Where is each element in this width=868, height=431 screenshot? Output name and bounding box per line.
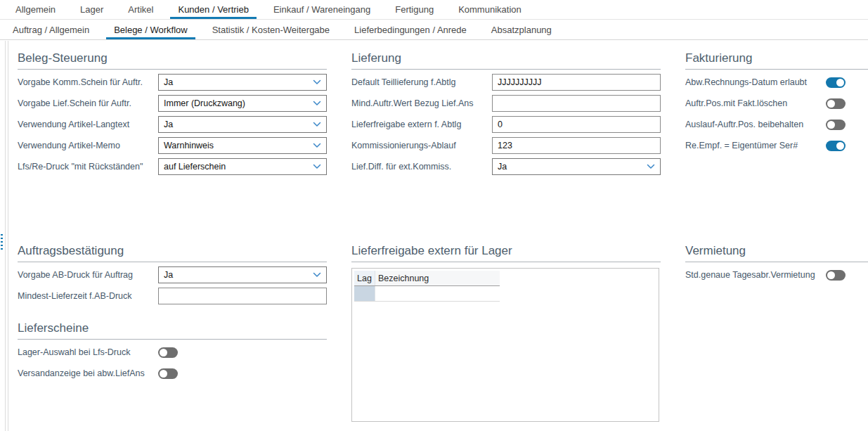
section-beleg-steuerung: Beleg-Steuerung Vorgabe Komm.Schein für … [18,51,327,175]
grid-header-row: Lag Bezeichnung [354,271,500,286]
field-abw-rechnungs-datum: Abw.Rechnungs-Datum erlaubt [685,74,868,91]
tab-artikel[interactable]: Artikel [120,0,161,19]
field-kommissionierungs-ablauf: Kommissionierungs-Ablauf [351,137,661,154]
field-label: Kommissionierungs-Ablauf [351,141,492,150]
field-artikel-langtext: Verwendung Artikel-Langtext Ja [18,116,327,133]
grid-row[interactable] [354,286,500,302]
grid-cell-bezeichnung[interactable] [375,286,500,301]
chevron-down-icon [313,164,321,169]
tab-allgemein[interactable]: Allgemein [8,0,63,19]
tab-kommunikation[interactable]: Kommunikation [451,0,529,19]
section-fakturierung: Fakturierung Abw.Rechnungs-Datum erlaubt… [685,51,868,154]
section-title: Lieferscheine [18,321,327,340]
tab-statistik-kosten-weitergabe[interactable]: Statistik / Kosten-Weitergabe [205,20,337,39]
versandanzeige-liefans-toggle[interactable] [158,368,178,379]
field-label: Abw.Rechnungs-Datum erlaubt [685,77,826,87]
field-lfs-re-druck: Lfs/Re-Druck "mit Rückständen" auf Liefe… [18,158,327,175]
field-label: Verwendung Artikel-Langtext [18,120,158,129]
field-label: Auslauf-Auftr.Pos. beibehalten [685,120,826,129]
select-value: Warnhinweis [164,141,313,150]
std-tagesabr-vermietung-toggle[interactable] [826,270,846,281]
tab-fertigung[interactable]: Fertigung [387,0,441,19]
field-auslauf-auftr-pos: Auslauf-Auftr.Pos. beibehalten [685,116,868,133]
field-artikel-memo: Verwendung Artikel-Memo Warnhinweis [18,137,327,154]
chevron-down-icon [313,101,321,106]
select-value: Ja [498,162,647,172]
tab-lager[interactable]: Lager [72,0,111,19]
tab-einkauf-wareneingang[interactable]: Einkauf / Wareneingang [266,0,378,19]
lfs-re-druck-select[interactable]: auf Lieferschein [158,158,327,175]
field-label: Vorgabe AB-Druck für Auftrag [18,270,158,280]
auslauf-auftr-pos-toggle[interactable] [826,120,846,130]
section-title: Lieferfreigabe extern für Lager [351,243,661,262]
mind-auftr-wert-input[interactable] [492,95,661,112]
vorgabe-komm-schein-select[interactable]: Ja [158,74,327,91]
artikel-langtext-select[interactable]: Ja [158,116,327,133]
tab-belege-workflow[interactable]: Belege / Workflow [106,20,195,39]
field-label: Vorgabe Komm.Schein für Auftr. [18,77,158,87]
field-label: Std.genaue Tagesabr.Vermietung [685,270,826,280]
field-lager-auswahl-lfs: Lager-Auswahl bei Lfs-Druck [18,344,327,361]
tab-absatzplanung[interactable]: Absatzplanung [484,20,559,39]
section-title: Auftragsbestätigung [18,243,327,262]
field-label: Auftr.Pos.mit Fakt.löschen [685,98,826,108]
grid-header-lag[interactable]: Lag [354,271,375,285]
artikel-memo-select[interactable]: Warnhinweis [158,137,327,154]
lager-auswahl-lfs-toggle[interactable] [158,347,178,358]
field-mindest-lieferzeit: Mindest-Lieferzeit f.AB-Druck [18,288,327,304]
field-label: Lieferfreigabe extern f. Abtlg [351,120,492,129]
section-title: Vermietung [685,243,868,262]
field-default-teillieferung: Default Teillieferung f.Abtlg [351,74,661,91]
field-label: Re.Empf. = Eigentümer Ser# [685,141,826,150]
field-label: Versandanzeige bei abw.LiefAns [18,368,158,378]
tab-auftrag-allgemein[interactable]: Auftrag / Allgemein [5,20,97,39]
panel-divider [5,41,6,431]
lieferfreigabe-extern-input[interactable] [492,116,661,133]
field-label: Verwendung Artikel-Memo [18,141,158,150]
field-label: Default Teillieferung f.Abtlg [351,77,492,87]
mindest-lieferzeit-input[interactable] [158,288,327,304]
vorgabe-lief-schein-select[interactable]: Immer (Druckzwang) [158,95,327,112]
auftr-pos-fakt-loeschen-toggle[interactable] [826,98,846,109]
grid-header-bezeichnung[interactable]: Bezeichnung [375,271,500,285]
re-empf-eigentuemer-toggle[interactable] [826,141,846,151]
section-title: Fakturierung [685,51,868,70]
field-re-empf-eigentuemer: Re.Empf. = Eigentümer Ser# [685,137,868,154]
field-vorgabe-komm-schein: Vorgabe Komm.Schein für Auftr. Ja [18,74,327,91]
section-lieferung: Lieferung Default Teillieferung f.Abtlg … [351,51,661,175]
field-label: Lager-Auswahl bei Lfs-Druck [18,347,158,357]
field-vorgabe-lief-schein: Vorgabe Lief.Schein für Auftr. Immer (Dr… [18,95,327,112]
field-label: Lief.Diff. für ext.Kommiss. [351,162,492,172]
abw-rechnungs-datum-toggle[interactable] [826,77,846,88]
field-label: Vorgabe Lief.Schein für Auftr. [18,98,158,108]
field-auftr-pos-fakt-loeschen: Auftr.Pos.mit Fakt.löschen [685,95,868,112]
section-title: Beleg-Steuerung [18,51,327,70]
field-lieferfreigabe-extern: Lieferfreigabe extern f. Abtlg [351,116,661,133]
default-teillieferung-input[interactable] [492,74,661,91]
section-vermietung: Vermietung Std.genaue Tagesabr.Vermietun… [685,243,868,283]
chevron-down-icon [313,79,321,85]
field-std-tagesabr-vermietung: Std.genaue Tagesabr.Vermietung [685,266,868,283]
chevron-down-icon [313,122,321,127]
grid-cell-lag[interactable] [354,286,375,301]
section-title: Lieferung [351,51,661,70]
secondary-tabbar: Auftrag / Allgemein Belege / Workflow St… [0,20,868,40]
chevron-down-icon [647,164,655,169]
lief-diff-ext-kommiss-select[interactable]: Ja [492,158,661,175]
chevron-down-icon [313,143,321,148]
select-value: Immer (Druckzwang) [164,98,313,108]
chevron-down-icon [313,272,321,278]
tab-kunden-vertrieb[interactable]: Kunden / Vertrieb [170,0,256,19]
kommissionierungs-ablauf-input[interactable] [492,137,661,154]
tab-lieferbedingungen-anrede[interactable]: Lieferbedingungen / Anrede [346,20,474,39]
splitter-grip-icon[interactable] [1,234,3,250]
select-value: Ja [164,270,313,280]
primary-tabbar: Allgemein Lager Artikel Kunden / Vertrie… [0,0,868,20]
section-lieferfreigabe-lager: Lieferfreigabe extern für Lager Lag Beze… [351,243,661,422]
vorgabe-ab-druck-select[interactable]: Ja [158,266,327,283]
field-label: Mind.Auftr.Wert Bezug Lief.Ans [351,98,492,108]
select-value: Ja [164,77,313,87]
field-versandanzeige-liefans: Versandanzeige bei abw.LiefAns [18,365,327,382]
select-value: Ja [164,120,313,129]
section-lieferscheine: Lieferscheine Lager-Auswahl bei Lfs-Druc… [18,321,327,382]
